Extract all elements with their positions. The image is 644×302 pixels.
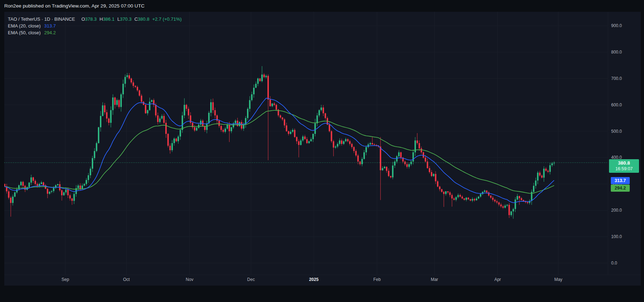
last-price-value: 380.8 [609,160,639,166]
ohlc-high-key: H [100,16,103,22]
price-tick-label: 900.0 [611,23,622,28]
price-tick-label: 600.0 [611,102,622,107]
price-tick-label: 800.0 [611,50,622,55]
chart-legend: TAO / TetherUS · 1D · BINANCEO378.3H386.… [8,16,182,37]
price-tick-label: 200.0 [611,208,622,213]
ohlc-low-key: L [117,16,120,22]
time-tick-label: Feb [373,277,381,282]
ohlc-close-value: 380.8 [138,16,150,22]
last-price-label: 380.8 16:59:07 [609,159,639,173]
price-tick-label: 0.0 [611,261,617,266]
ohlc-open-value: 378.3 [85,16,97,22]
ema50-row[interactable]: EMA (50, close)294.2 [8,30,182,37]
bar-countdown: 16:59:07 [609,166,639,172]
price-tick-label: 100.0 [611,234,622,239]
ema50-value: 294.2 [44,30,56,35]
ema50-label: EMA (50, close) [8,30,41,35]
ohlc-open-key: O [81,16,85,22]
symbol-row[interactable]: TAO / TetherUS · 1D · BINANCEO378.3H386.… [8,16,182,23]
ema50-axis-label: 294.2 [611,185,630,192]
time-tick-label: May [554,277,563,282]
price-tick-label: 700.0 [611,76,622,81]
ohlc-low-value: 370.3 [120,16,132,22]
time-tick-label: Dec [247,277,255,282]
tradingview-published-chart: Ron2ee published on TradingView.com, Apr… [0,0,644,302]
price-chart[interactable] [0,0,644,302]
time-tick-label: Sep [61,277,69,282]
time-tick-label: 2025 [309,277,319,282]
time-tick-label: Nov [186,277,193,282]
ohlc-high-value: 386.1 [103,16,115,22]
time-tick-label: Mar [431,277,438,282]
time-tick-label: Apr [494,277,501,282]
time-tick-label: Oct [123,277,130,282]
ema20-value: 313.7 [44,23,56,29]
price-tick-label: 500.0 [611,129,622,134]
change-value: +2.7 (+0.71%) [152,16,181,22]
ema20-axis-label: 313.7 [611,177,630,184]
ema20-row[interactable]: EMA (20, close)313.7 [8,23,182,30]
ema20-label: EMA (20, close) [8,23,41,29]
ohlc-close-key: C [134,16,137,22]
symbol-title: TAO / TetherUS · 1D · BINANCE [8,16,75,22]
